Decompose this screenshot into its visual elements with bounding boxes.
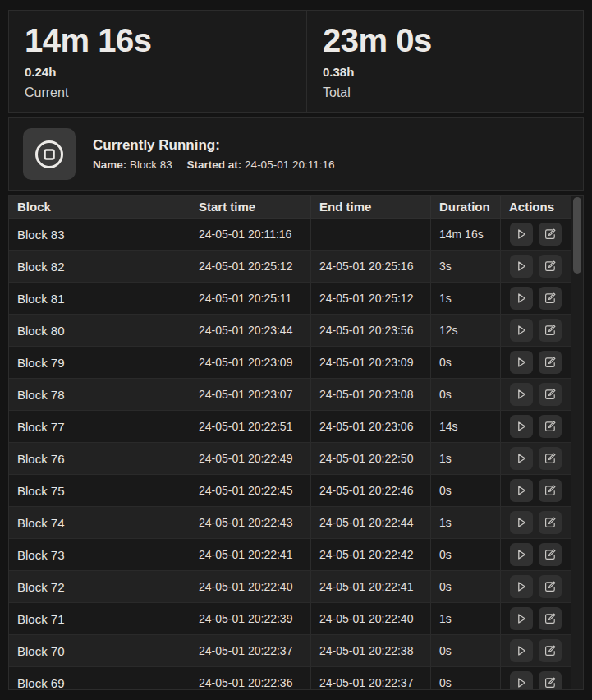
table-row: Block 75 24-05-01 20:22:45 24-05-01 20:2… (9, 475, 571, 507)
table-row: Block 72 24-05-01 20:22:40 24-05-01 20:2… (9, 571, 571, 603)
edit-button[interactable] (539, 319, 562, 342)
edit-button[interactable] (539, 255, 562, 278)
edit-button[interactable] (539, 223, 562, 246)
block-cell: Block 73 (9, 539, 190, 570)
block-cell: Block 77 (9, 411, 190, 442)
play-button[interactable] (510, 447, 533, 470)
play-icon (515, 580, 528, 593)
actions-cell (501, 411, 571, 442)
start-cell: 24-05-01 20:22:45 (190, 475, 311, 506)
play-button[interactable] (510, 383, 533, 406)
end-cell: 24-05-01 20:25:16 (311, 251, 431, 282)
play-icon (515, 292, 528, 305)
start-cell: 24-05-01 20:22:40 (190, 571, 311, 602)
play-button[interactable] (510, 319, 533, 342)
edit-button[interactable] (539, 639, 562, 662)
end-cell: 24-05-01 20:23:06 (311, 411, 431, 442)
edit-button[interactable] (539, 671, 562, 690)
play-button[interactable] (510, 575, 533, 598)
duration-cell: 0s (431, 571, 501, 602)
edit-button[interactable] (539, 511, 562, 534)
play-button[interactable] (510, 415, 533, 438)
edit-button[interactable] (539, 415, 562, 438)
table-body: Block 83 24-05-01 20:11:16 14m 16s Block… (9, 219, 571, 690)
edit-icon (544, 388, 557, 401)
running-title: Currently Running: (93, 137, 334, 154)
table-row: Block 71 24-05-01 20:22:39 24-05-01 20:2… (9, 603, 571, 635)
duration-cell: 1s (431, 443, 501, 474)
current-duration: 14m 16s (25, 23, 291, 58)
play-icon (515, 452, 528, 465)
duration-cell: 0s (431, 475, 501, 506)
edit-button[interactable] (539, 351, 562, 374)
header-block: Block (9, 196, 190, 218)
start-cell: 24-05-01 20:22:37 (190, 635, 311, 666)
total-duration: 23m 0s (323, 23, 568, 58)
table-row: Block 82 24-05-01 20:25:12 24-05-01 20:2… (9, 251, 571, 283)
stop-button[interactable] (23, 128, 76, 180)
end-cell: 24-05-01 20:22:41 (311, 571, 431, 602)
block-cell: Block 78 (9, 379, 190, 410)
table-row: Block 81 24-05-01 20:25:11 24-05-01 20:2… (9, 283, 571, 315)
table-row: Block 77 24-05-01 20:22:51 24-05-01 20:2… (9, 411, 571, 443)
play-button[interactable] (510, 223, 533, 246)
start-cell: 24-05-01 20:23:44 (190, 315, 311, 346)
current-hours: 0.24h (25, 65, 291, 79)
table-scrollbar[interactable] (571, 196, 583, 689)
edit-icon (544, 324, 557, 337)
play-button[interactable] (510, 543, 533, 566)
play-button[interactable] (510, 607, 533, 630)
duration-cell: 3s (431, 251, 501, 282)
actions-cell (501, 443, 571, 474)
start-cell: 24-05-01 20:22:41 (190, 539, 311, 570)
end-cell: 24-05-01 20:25:12 (311, 283, 431, 314)
play-button[interactable] (510, 479, 533, 502)
play-button[interactable] (510, 351, 533, 374)
end-cell: 24-05-01 20:22:46 (311, 475, 431, 506)
duration-cell: 1s (431, 283, 501, 314)
table-scrollbar-thumb[interactable] (573, 197, 581, 274)
actions-cell (501, 251, 571, 282)
currently-running-panel: Currently Running: Name: Block 83 Starte… (8, 117, 584, 191)
duration-cell: 0s (431, 347, 501, 378)
edit-button[interactable] (539, 447, 562, 470)
play-button[interactable] (510, 287, 533, 310)
end-cell: 24-05-01 20:22:42 (311, 539, 431, 570)
actions-cell (501, 507, 571, 538)
edit-button[interactable] (539, 383, 562, 406)
edit-button[interactable] (539, 543, 562, 566)
end-cell: 24-05-01 20:22:38 (311, 635, 431, 666)
duration-cell: 0s (431, 379, 501, 410)
block-cell: Block 76 (9, 443, 190, 474)
play-icon (515, 612, 528, 625)
actions-cell (501, 379, 571, 410)
play-icon (515, 388, 528, 401)
total-stat-card: 23m 0s 0.38h Total (307, 11, 583, 112)
play-icon (515, 324, 528, 337)
play-button[interactable] (510, 639, 533, 662)
table-row: Block 74 24-05-01 20:22:43 24-05-01 20:2… (9, 507, 571, 539)
edit-button[interactable] (539, 607, 562, 630)
edit-button[interactable] (539, 575, 562, 598)
play-icon (515, 548, 528, 561)
play-icon (515, 420, 528, 433)
play-button[interactable] (510, 511, 533, 534)
play-button[interactable] (510, 255, 533, 278)
table-row: Block 70 24-05-01 20:22:37 24-05-01 20:2… (9, 635, 571, 667)
actions-cell (501, 283, 571, 314)
start-cell: 24-05-01 20:22:51 (190, 411, 311, 442)
edit-button[interactable] (539, 287, 562, 310)
end-cell: 24-05-01 20:23:08 (311, 379, 431, 410)
edit-icon (544, 484, 557, 497)
table-header-row: Block Start time End time Duration Actio… (9, 196, 571, 219)
block-cell: Block 71 (9, 603, 190, 634)
start-cell: 24-05-01 20:23:09 (190, 347, 311, 378)
end-cell: 24-05-01 20:22:44 (311, 507, 431, 538)
duration-cell: 14s (431, 411, 501, 442)
edit-icon (544, 260, 557, 273)
stats-panel: 14m 16s 0.24h Current 23m 0s 0.38h Total (8, 10, 584, 113)
edit-icon (544, 452, 557, 465)
actions-cell (501, 347, 571, 378)
edit-button[interactable] (539, 479, 562, 502)
play-button[interactable] (510, 671, 533, 690)
